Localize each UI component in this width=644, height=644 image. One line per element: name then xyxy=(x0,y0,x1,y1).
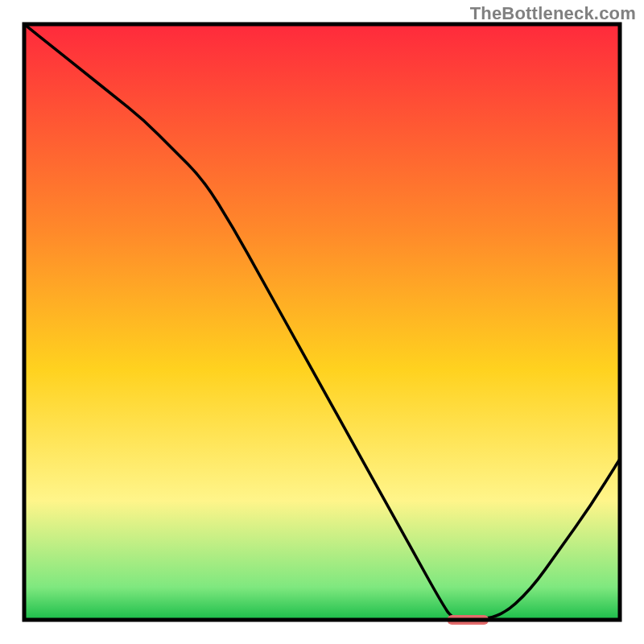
chart-svg xyxy=(0,0,644,644)
watermark-label: TheBottleneck.com xyxy=(470,3,636,24)
plot-background xyxy=(24,24,620,620)
chart-stage: TheBottleneck.com xyxy=(0,0,644,644)
